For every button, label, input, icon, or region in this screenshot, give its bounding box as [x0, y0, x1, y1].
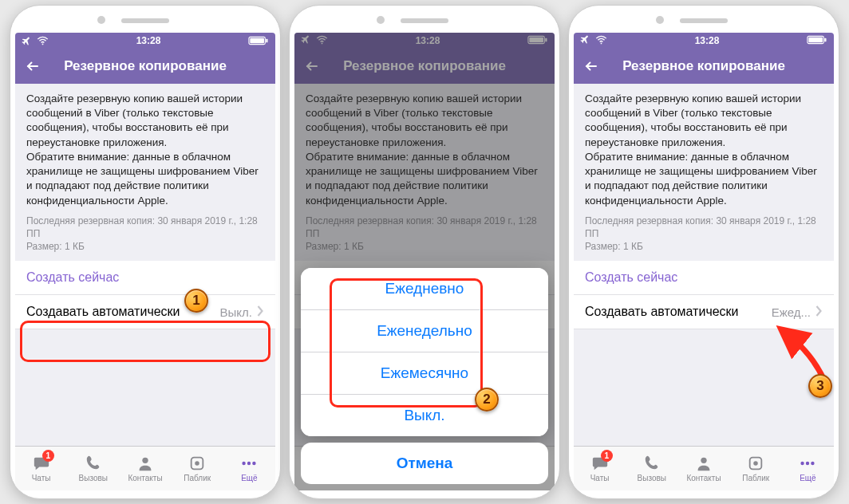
auto-backup-value: Выкл.	[220, 305, 252, 319]
tab-bar: 1 Чаты Вызовы Контакты Паблик Ещё	[15, 446, 275, 490]
tab-contacts-label: Контакты	[128, 474, 162, 482]
chevron-right-icon	[257, 305, 264, 319]
airplane-icon	[22, 36, 32, 46]
phone-1: 13:28 Резервное копирование Создайте рез…	[10, 5, 281, 499]
svg-point-0	[42, 44, 44, 45]
tab-chats-label: Чаты	[32, 474, 51, 482]
tab-contacts[interactable]: Контакты	[119, 447, 171, 490]
back-button[interactable]	[580, 55, 602, 77]
svg-rect-3	[266, 39, 267, 43]
tab-contacts-label: Контакты	[686, 474, 721, 482]
wifi-icon	[37, 36, 49, 45]
step-badge-3: 3	[808, 374, 832, 398]
backup-meta: Последняя резервная копия: 30 января 201…	[15, 213, 275, 262]
tab-public[interactable]: Паблик	[730, 447, 782, 490]
tab-more-label: Ещё	[241, 474, 257, 482]
tab-more[interactable]: Ещё	[223, 447, 275, 490]
cancel-button[interactable]: Отмена	[301, 443, 548, 484]
svg-point-6	[195, 461, 199, 466]
svg-rect-22	[808, 37, 823, 42]
tab-public[interactable]: Паблик	[172, 447, 223, 490]
back-button[interactable]	[22, 55, 44, 77]
status-bar: 13:28	[15, 33, 275, 49]
step-badge-2: 2	[475, 388, 499, 411]
nav-header: Резервное копирование	[15, 49, 275, 84]
status-time: 13:28	[136, 35, 161, 46]
svg-point-7	[243, 462, 246, 465]
svg-point-24	[701, 458, 706, 463]
tab-more-label: Ещё	[800, 474, 815, 482]
chats-badge: 1	[42, 450, 54, 462]
create-now-label: Создать сейчас	[26, 270, 119, 285]
option-monthly[interactable]: Ежемесячно	[301, 352, 548, 395]
tab-chats[interactable]: 1Чаты	[574, 447, 626, 490]
svg-point-28	[806, 462, 809, 465]
auto-backup-row[interactable]: Создавать автоматически Ежед...	[574, 295, 834, 329]
svg-point-8	[247, 462, 251, 465]
backup-size-label: Размер: 1 КБ	[26, 240, 264, 253]
auto-backup-label: Создавать автоматически	[585, 305, 739, 319]
svg-point-9	[253, 462, 256, 465]
status-bar: 13:28	[574, 33, 834, 49]
step-badge-1: 1	[184, 289, 208, 313]
backup-description: Создайте резервную копию вашей истории с…	[574, 84, 834, 213]
tab-bar: 1Чаты Вызовы Контакты Паблик Ещё	[574, 446, 834, 490]
phone-3: 13:28 Резервное копирование Создайте рез…	[568, 5, 839, 499]
wifi-icon	[595, 35, 607, 47]
battery-icon	[248, 36, 269, 45]
svg-point-4	[142, 458, 148, 463]
auto-backup-row[interactable]: Создавать автоматически Выкл.	[15, 295, 275, 329]
tab-public-label: Паблик	[184, 474, 211, 482]
airplane-icon	[580, 34, 590, 47]
page-title: Резервное копирование	[15, 58, 275, 74]
tab-calls[interactable]: Вызовы	[67, 447, 119, 490]
tab-contacts[interactable]: Контакты	[677, 447, 729, 490]
create-now-label: Создать сейчас	[585, 270, 677, 285]
tab-calls-label: Вызовы	[638, 474, 666, 482]
svg-point-26	[753, 461, 758, 466]
option-weekly[interactable]: Еженедельно	[301, 310, 548, 352]
svg-point-27	[801, 462, 804, 465]
option-off[interactable]: Выкл.	[301, 395, 548, 436]
tab-calls-label: Вызовы	[79, 474, 108, 482]
tab-chats[interactable]: 1 Чаты	[15, 447, 67, 490]
page-title: Резервное копирование	[574, 58, 834, 74]
chevron-right-icon	[815, 305, 823, 319]
svg-rect-2	[250, 38, 264, 44]
phone-2: 13:28 Резервное копирование Создайте рез…	[289, 5, 560, 499]
backup-description: Создайте резервную копию вашей истории с…	[15, 84, 275, 213]
nav-header: Резервное копирование	[574, 49, 834, 84]
svg-point-20	[601, 42, 602, 44]
create-now-row[interactable]: Создать сейчас	[574, 261, 834, 295]
tab-more[interactable]: Ещё	[782, 447, 834, 490]
option-daily[interactable]: Ежедневно	[301, 268, 548, 310]
last-backup-label: Последняя резервная копия: 30 января 201…	[585, 215, 823, 240]
auto-backup-label: Создавать автоматически	[26, 305, 180, 319]
backup-size-label: Размер: 1 КБ	[585, 240, 823, 253]
tab-calls[interactable]: Вызовы	[626, 447, 677, 490]
create-now-row[interactable]: Создать сейчас	[15, 261, 275, 295]
backup-meta: Последняя резервная копия: 30 января 201…	[574, 213, 834, 262]
svg-point-29	[811, 462, 815, 465]
last-backup-label: Последняя резервная копия: 30 января 201…	[26, 215, 264, 240]
chats-badge: 1	[601, 450, 613, 462]
battery-icon	[807, 35, 827, 47]
action-sheet: Ежедневно Еженедельно Ежемесячно Выкл. О…	[301, 268, 548, 484]
tab-chats-label: Чаты	[590, 474, 610, 482]
tab-public-label: Паблик	[742, 474, 769, 482]
status-time: 13:28	[695, 35, 720, 46]
svg-rect-23	[824, 37, 826, 41]
auto-backup-value: Ежед...	[772, 305, 811, 319]
